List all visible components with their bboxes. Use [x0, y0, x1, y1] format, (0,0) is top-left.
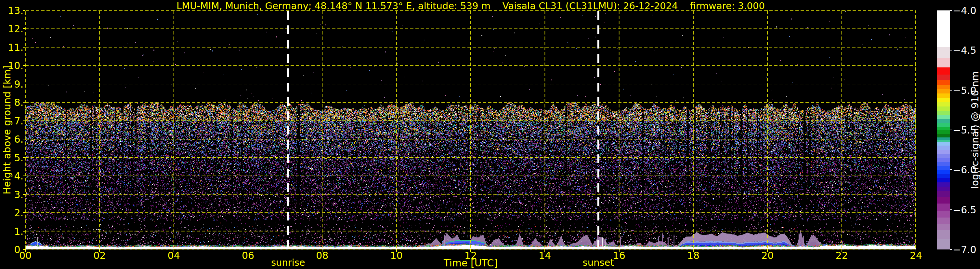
y-tick-mark [23, 102, 25, 102]
colorbar-segment [937, 98, 950, 102]
x-tick-mark [248, 250, 248, 252]
y-tick-label: 7. [14, 115, 24, 126]
colorbar-tick-mark [950, 10, 952, 11]
sunset-annotation: sunset [583, 257, 614, 268]
colorbar-segment [937, 115, 950, 119]
y-tick-label: 1. [14, 225, 24, 237]
colorbar-segment [937, 47, 950, 59]
y-tick-mark [23, 120, 25, 121]
colorbar-segment [937, 89, 950, 93]
x-tick-mark [470, 250, 471, 252]
colorbar-segment [937, 224, 950, 230]
colorbar-segment [937, 178, 950, 183]
colorbar-segment [937, 106, 950, 111]
colorbar-segment [937, 218, 950, 224]
colorbar-tick-mark [950, 210, 952, 210]
y-tick-mark [23, 28, 25, 29]
y-tick-label: 4. [14, 170, 24, 182]
x-tick-mark [842, 250, 842, 252]
colorbar-segment [937, 93, 950, 98]
y-tick-mark [23, 10, 25, 11]
sunrise-annotation: sunrise [271, 257, 305, 268]
colorbar-segment [937, 80, 950, 85]
ceilometer-quicklook-figure: LMU-MIM, Munich, Germany; 48.148° N 11.5… [0, 0, 980, 269]
y-tick-mark [23, 65, 25, 66]
y-tick-label: 5. [14, 152, 24, 163]
x-tick-mark [693, 250, 694, 252]
colorbar-tick-label: −7.0 [953, 244, 977, 255]
colorbar-segment [937, 10, 950, 47]
x-tick-mark [99, 250, 100, 252]
colorbar-segment [937, 130, 950, 134]
colorbar-segment [937, 142, 950, 146]
colorbar-segment [937, 102, 950, 107]
colorbar-segment [937, 197, 950, 204]
colorbar-segment [937, 162, 950, 166]
y-tick-label: 6. [14, 133, 24, 145]
plot-title: LMU-MIM, Munich, Germany; 48.148° N 11.5… [25, 0, 916, 11]
y-tick-mark [23, 157, 25, 158]
colorbar-tick-mark [950, 169, 952, 170]
colorbar-segment [937, 134, 950, 138]
y-tick-label: 9. [14, 78, 24, 90]
colorbar-segment [937, 239, 950, 250]
colorbar-segment [937, 154, 950, 158]
colorbar-segment [937, 203, 950, 211]
y-tick-mark [23, 194, 25, 195]
colorbar-segment [937, 158, 950, 162]
colorbar-segment [937, 146, 950, 150]
x-tick-mark [25, 250, 25, 252]
x-tick-mark [322, 250, 323, 252]
colorbar-segment [937, 166, 950, 170]
colorbar-segment [937, 123, 950, 126]
y-tick-mark [23, 231, 25, 232]
x-tick-mark [173, 250, 174, 252]
y-tick-label: 11. [8, 42, 24, 53]
colorbar-tick-mark [950, 90, 952, 91]
colorbar-segment [937, 126, 950, 131]
colorbar-segment [937, 230, 950, 239]
y-tick-label: 3. [14, 189, 24, 200]
colorbar-tick-mark [950, 50, 952, 50]
x-tick-mark [544, 250, 545, 252]
colorbar-label: log(rc-signal) @ 910 nm [969, 71, 980, 189]
colorbar-segment [937, 191, 950, 197]
y-tick-label: 2. [14, 207, 24, 219]
colorbar-segment [937, 67, 950, 75]
y-tick-mark [23, 176, 25, 176]
colorbar-tick-label: −4.5 [953, 45, 977, 56]
colorbar-tick-mark [950, 130, 952, 130]
x-tick-mark [396, 250, 397, 252]
colorbar-segment [937, 150, 950, 154]
colorbar-tick-mark [950, 249, 952, 250]
colorbar-segment [937, 75, 950, 80]
colorbar-segment [937, 183, 950, 187]
y-tick-mark [23, 212, 25, 213]
colorbar-segment [937, 85, 950, 89]
colorbar-segment [937, 119, 950, 123]
plot-area [25, 10, 916, 250]
colorbar-segment [937, 174, 950, 178]
x-tick-mark [916, 250, 916, 252]
colorbar-tick-label: −4.0 [953, 5, 977, 16]
y-tick-label: 8. [14, 97, 24, 108]
y-tick-label: 12. [8, 23, 24, 35]
colorbar-segment [937, 211, 950, 218]
colorbar-segment [937, 58, 950, 67]
x-axis-label: Time [UTC] [444, 257, 498, 269]
y-tick-mark [23, 84, 25, 84]
y-tick-label: 10. [8, 60, 24, 71]
colorbar-segment [937, 187, 950, 191]
y-axis-label: Height above ground [km] [1, 66, 13, 194]
y-tick-mark [23, 139, 25, 139]
colorbar-segment [937, 111, 950, 115]
colorbar-tick-label: −6.5 [953, 204, 977, 215]
y-tick-mark [23, 47, 25, 48]
colorbar-segment [937, 170, 950, 174]
colorbar [937, 10, 950, 250]
x-tick-mark [619, 250, 619, 252]
x-tick-mark [767, 250, 768, 252]
backscatter-heatmap-canvas [25, 10, 916, 250]
y-tick-label: 13. [8, 5, 24, 16]
